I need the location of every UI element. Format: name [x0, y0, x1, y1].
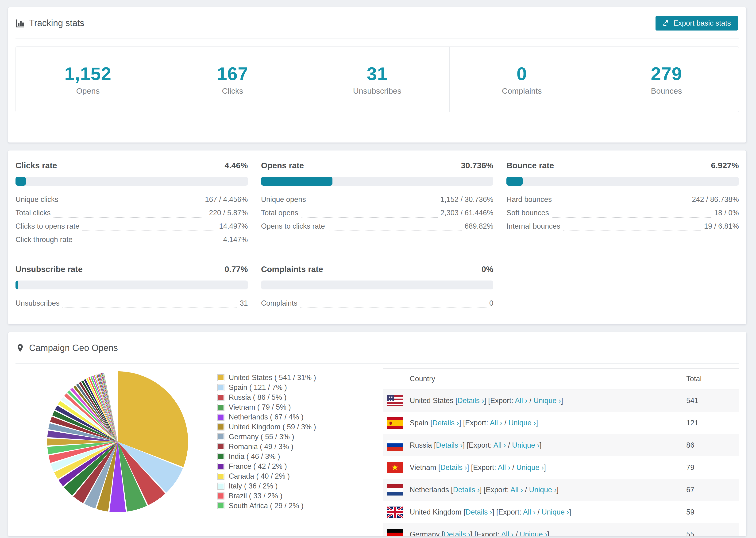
legend-item-italy[interactable]: Italy ( 36 / 2% )	[217, 481, 383, 491]
legend-item-germany[interactable]: Germany ( 55 / 3% )	[217, 432, 383, 442]
export-unique-link[interactable]: Unique ›	[533, 397, 561, 405]
rate-detail-rows: Unique opens1,152 / 30.736%Total opens2,…	[261, 193, 494, 233]
rate-detail-value: 1,152 / 30.736%	[441, 195, 494, 204]
dotted-leader	[555, 195, 689, 204]
export-all-link[interactable]: All ›	[501, 530, 513, 537]
export-all-link[interactable]: All ›	[511, 486, 523, 494]
export-all-link[interactable]: All ›	[498, 463, 510, 471]
export-all-link[interactable]: All ›	[523, 508, 535, 516]
export-all-link[interactable]: All ›	[490, 419, 502, 427]
geo-table: Country Total United States [Details ›] …	[383, 368, 739, 536]
export-basic-stats-button[interactable]: Export basic stats	[656, 16, 738, 30]
rate-detail-row: Total clicks220 / 5.87%	[16, 206, 248, 219]
export-unique-link[interactable]: Unique ›	[529, 486, 557, 494]
export-all-link[interactable]: All ›	[515, 397, 527, 405]
legend-item-france[interactable]: France ( 42 / 2% )	[217, 461, 383, 471]
slash: /	[536, 508, 542, 516]
export-unique-link[interactable]: Unique ›	[508, 419, 536, 427]
country-cell: Germany [Details ›] [Export: All › / Uni…	[410, 530, 549, 537]
details-link[interactable]: Details ›	[432, 419, 459, 427]
legend-item-united-kingdom[interactable]: United Kingdom ( 59 / 3% )	[217, 422, 383, 432]
export-all-link[interactable]: All ›	[494, 441, 506, 449]
flag-ru-icon	[387, 440, 403, 451]
legend-item-russia[interactable]: Russia ( 86 / 5% )	[217, 393, 383, 402]
bracket: ]	[463, 441, 467, 449]
dotted-leader	[82, 222, 216, 231]
export-unique-link[interactable]: Unique ›	[520, 530, 547, 537]
rate-detail-value: 242 / 86.738%	[692, 195, 739, 204]
rate-section-clicks-rate: Clicks rate4.46%Unique clicks167 / 4.456…	[16, 161, 248, 246]
pie-slice-other[interactable]	[94, 375, 118, 442]
rate-detail-row: Complaints0	[261, 296, 494, 310]
legend-swatch	[217, 433, 225, 440]
tracking-stats-card: Tracking stats Export basic stats 1,152O…	[8, 7, 747, 143]
geo-pie-chart	[16, 364, 217, 536]
export-unique-link[interactable]: Unique ›	[516, 463, 544, 471]
rates-card: Clicks rate4.46%Unique clicks167 / 4.456…	[8, 150, 747, 324]
geo-opens-card: Campaign Geo Opens United States ( 541 /…	[8, 332, 747, 536]
legend-swatch	[217, 374, 225, 381]
rate-title-row: Unsubscribe rate0.77%	[16, 265, 248, 274]
export-prefix: [Export:	[467, 441, 494, 449]
page-title: Tracking stats	[29, 18, 84, 28]
table-row-vn: Vietnam [Details ›] [Export: All › / Uni…	[383, 456, 739, 479]
legend-item-netherlands[interactable]: Netherlands ( 67 / 4% )	[217, 412, 383, 422]
export-unique-link[interactable]: Unique ›	[542, 508, 569, 516]
details-link[interactable]: Details ›	[440, 463, 467, 471]
country-name: Netherlands	[410, 486, 451, 494]
bracket: ]	[467, 463, 471, 471]
legend-label: Vietnam ( 79 / 5% )	[229, 403, 291, 411]
legend-swatch	[217, 463, 225, 470]
legend-item-brazil[interactable]: Brazil ( 33 / 2% )	[217, 491, 383, 501]
legend-item-romania[interactable]: Romania ( 49 / 3% )	[217, 442, 383, 452]
details-link[interactable]: Details ›	[465, 508, 492, 516]
export-icon	[663, 20, 670, 27]
geo-opens-header: Campaign Geo Opens	[8, 332, 746, 364]
slash: /	[506, 441, 512, 449]
details-link[interactable]: Details ›	[436, 441, 463, 449]
legend-item-spain[interactable]: Spain ( 121 / 7% )	[217, 383, 383, 393]
details-link[interactable]: Details ›	[458, 397, 484, 405]
legend-item-india[interactable]: India ( 46 / 3% )	[217, 452, 383, 461]
legend-item-united-states[interactable]: United States ( 541 / 31% )	[217, 373, 383, 383]
rate-detail-label: Opens to clicks rate	[261, 222, 325, 231]
rate-title-row: Bounce rate6.927%	[507, 161, 739, 170]
flag-gb-icon	[387, 507, 403, 518]
country-cell: United States [Details ›] [Export: All ›…	[410, 397, 563, 405]
dotted-leader	[301, 208, 437, 218]
export-prefix: [Export:	[496, 508, 523, 516]
stat-label: Complaints	[502, 86, 542, 95]
bracket: ]	[480, 486, 484, 494]
bracket: ]	[544, 463, 546, 471]
details-link[interactable]: Details ›	[453, 486, 480, 494]
details-link[interactable]: Details ›	[444, 530, 470, 537]
stat-value: 279	[651, 63, 682, 84]
legend-item-vietnam[interactable]: Vietnam ( 79 / 5% )	[217, 402, 383, 412]
stat-label: Clicks	[222, 86, 243, 95]
rate-section-bounce-rate: Bounce rate6.927%Hard bounces242 / 86.73…	[507, 161, 739, 246]
legend-swatch	[217, 384, 225, 391]
bracket: [	[430, 419, 432, 427]
rate-title-row: Clicks rate4.46%	[16, 161, 248, 170]
rate-value: 4.46%	[225, 161, 248, 170]
rate-detail-label: Unique clicks	[16, 195, 58, 204]
legend-item-south-africa[interactable]: South Africa ( 29 / 2% )	[217, 501, 383, 511]
flag-vn-icon	[387, 462, 403, 473]
rate-detail-label: Internal bounces	[507, 222, 560, 231]
rate-detail-rows: Unique clicks167 / 4.456%Total clicks220…	[16, 193, 248, 246]
bracket: ]	[547, 530, 549, 537]
legend-label: Netherlands ( 67 / 4% )	[229, 413, 303, 421]
rate-progress-bar	[507, 177, 739, 186]
flag-es-icon	[387, 417, 403, 429]
export-unique-link[interactable]: Unique ›	[512, 441, 540, 449]
legend-item-canada[interactable]: Canada ( 40 / 2% )	[217, 471, 383, 481]
country-name: Germany	[410, 530, 442, 537]
dotted-leader	[552, 208, 711, 218]
rate-detail-label: Total clicks	[16, 209, 51, 217]
rate-title-row: Complaints rate0%	[261, 265, 494, 274]
bracket: ]	[470, 530, 474, 537]
rate-detail-label: Unsubscribes	[16, 299, 60, 307]
bracket: ]	[536, 419, 538, 427]
row-total: 67	[686, 486, 694, 494]
export-prefix: [Export:	[471, 463, 498, 471]
